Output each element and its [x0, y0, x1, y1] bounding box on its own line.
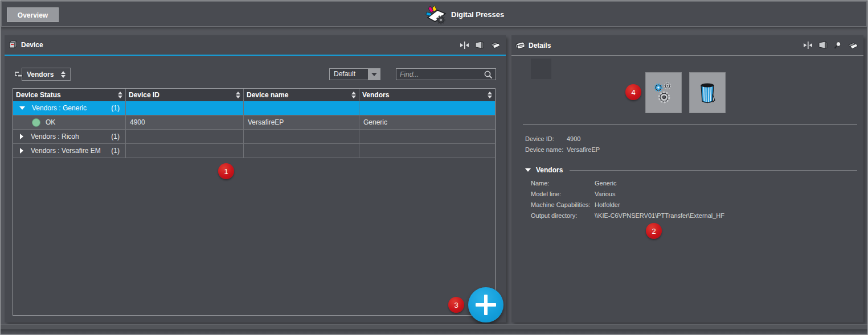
- detail-field-device-name: Device name: VersafireEP: [525, 146, 600, 153]
- detach-panel-icon[interactable]: [847, 41, 859, 50]
- add-device-button[interactable]: [468, 287, 503, 322]
- toggle-view-icon[interactable]: [818, 41, 828, 49]
- bottom-edge: [0, 329, 868, 335]
- sort-icon: [488, 92, 492, 98]
- collapse-panel-icon[interactable]: [460, 41, 469, 49]
- expanded-caret-icon[interactable]: [19, 106, 25, 110]
- view-preset-select[interactable]: Default: [329, 68, 380, 80]
- details-panel-title: Details: [529, 42, 551, 49]
- device-icon: [9, 40, 18, 49]
- device-table-header: Device Status Device ID Device name Vend…: [13, 89, 495, 101]
- configure-device-button[interactable]: [645, 72, 682, 113]
- table-row-group-ricoh[interactable]: Vendors : Ricoh (1): [13, 130, 495, 144]
- device-toolbar: Vendors Default: [5, 67, 506, 84]
- vendor-field-machine-capabilities: Machine Capabilities: Hotfolder: [531, 201, 620, 208]
- group-count: (1): [111, 133, 121, 140]
- vendor-field-name: Name: Generic: [531, 180, 617, 187]
- collapsed-caret-icon[interactable]: [20, 148, 23, 154]
- find-input[interactable]: [396, 71, 482, 78]
- vendor-field-output-directory: Output directory: \\KIE-C6VPNSERV01\PTTr…: [531, 212, 724, 219]
- sort-toggle-icon: [61, 71, 65, 78]
- device-table: Device Status Device ID Device name Vend…: [13, 88, 496, 316]
- details-panel-header: Details: [511, 35, 863, 56]
- toggle-view-icon[interactable]: [474, 41, 485, 49]
- sort-icon: [351, 92, 356, 98]
- detach-panel-icon[interactable]: [490, 40, 501, 49]
- details-divider: [523, 124, 857, 125]
- column-header-vendors[interactable]: Vendors: [359, 89, 495, 101]
- app-title-label: Digital Presses: [451, 10, 504, 19]
- group-count: (1): [111, 147, 121, 155]
- table-row-group-generic[interactable]: Vendors : Generic (1): [13, 101, 495, 115]
- device-panel: Device Vendors: [5, 35, 506, 322]
- bottom-strip: [0, 324, 868, 329]
- annotation-badge-1: 1: [218, 163, 234, 179]
- section-caret-icon: [525, 168, 531, 172]
- table-row-device[interactable]: OK 4900 VersafireEP Generic: [13, 115, 495, 130]
- digital-presses-icon: [425, 5, 447, 24]
- overview-button[interactable]: Overview: [7, 7, 59, 22]
- details-panel: Details: [511, 35, 863, 322]
- top-bar: Overview Digital Presses: [1, 1, 867, 27]
- vendor-field-model-line: Model line: Various: [531, 191, 615, 197]
- column-header-device-id[interactable]: Device ID: [126, 89, 244, 101]
- detail-field-device-id: Device ID: 4900: [525, 135, 580, 142]
- status-ok-icon: [32, 118, 40, 127]
- annotation-badge-3: 3: [448, 297, 464, 313]
- zoom-icon[interactable]: [833, 41, 842, 49]
- group-by-label: Vendors: [27, 71, 54, 78]
- collapsed-caret-icon[interactable]: [20, 134, 23, 139]
- device-panel-header: Device: [5, 35, 506, 56]
- sort-icon: [118, 92, 122, 98]
- gears-icon: [652, 80, 675, 105]
- search-icon: [482, 70, 494, 79]
- device-image-placeholder: [531, 59, 551, 79]
- app-title: Digital Presses: [425, 2, 504, 27]
- collapse-panel-icon[interactable]: [803, 41, 813, 49]
- group-count: (1): [111, 104, 121, 112]
- annotation-badge-4: 4: [625, 84, 641, 100]
- view-preset-value: Default: [330, 69, 368, 80]
- vendors-section-header[interactable]: Vendors: [525, 166, 857, 174]
- column-header-device-status[interactable]: Device Status: [13, 89, 126, 101]
- details-icon: [515, 42, 525, 49]
- column-header-device-name[interactable]: Device name: [244, 89, 359, 101]
- annotation-badge-2: 2: [646, 223, 662, 239]
- delete-device-button[interactable]: [689, 72, 726, 113]
- trash-icon: [697, 81, 718, 105]
- device-panel-title: Device: [21, 41, 43, 49]
- view-preset-dropdown-arrow[interactable]: [368, 69, 380, 80]
- group-by-button[interactable]: Vendors: [22, 68, 71, 81]
- table-row-group-versafire-em[interactable]: Vendors : Versafire EM (1): [13, 144, 495, 158]
- find-box: [396, 68, 496, 80]
- sort-icon: [236, 92, 240, 98]
